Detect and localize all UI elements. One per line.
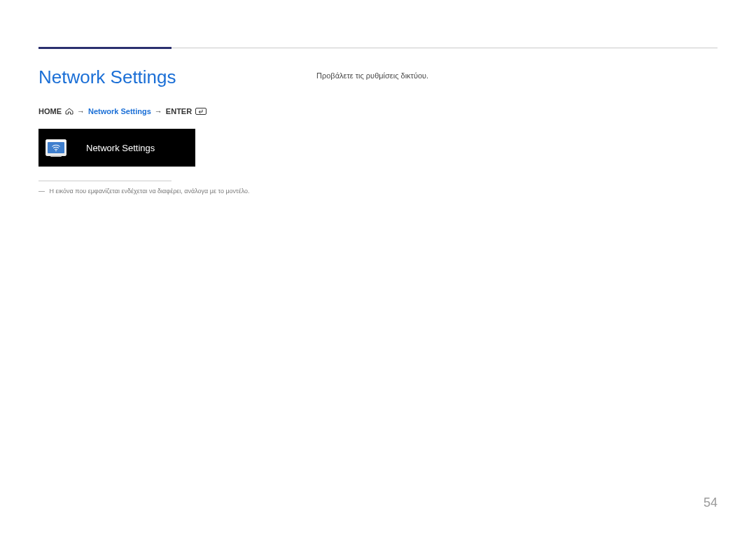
svg-rect-0	[196, 108, 206, 115]
tile-label: Network Settings	[86, 143, 155, 153]
home-icon	[65, 108, 74, 115]
arrow-icon: →	[77, 107, 85, 115]
page-number: 54	[704, 496, 718, 510]
breadcrumb: HOME → Network Settings → ENTER	[38, 107, 206, 115]
footnote: ― Η εικόνα που εμφανίζεται ενδέχεται να …	[38, 188, 250, 195]
footnote-text: Η εικόνα που εμφανίζεται ενδέχεται να δι…	[50, 188, 250, 195]
enter-icon	[195, 108, 206, 115]
page-title: Network Settings	[38, 66, 176, 88]
monitor-wifi-icon	[46, 139, 66, 156]
short-separator	[38, 181, 172, 181]
breadcrumb-home-label: HOME	[38, 107, 62, 115]
dash-icon: ―	[38, 188, 45, 195]
arrow-icon: →	[155, 107, 162, 115]
svg-point-1	[55, 150, 57, 152]
breadcrumb-item: Network Settings	[88, 107, 151, 115]
section-tab-marker	[38, 47, 172, 49]
network-settings-tile: Network Settings	[38, 129, 195, 167]
breadcrumb-enter-label: ENTER	[166, 107, 192, 115]
description-text: Προβάλετε τις ρυθμίσεις δικτύου.	[316, 71, 428, 80]
